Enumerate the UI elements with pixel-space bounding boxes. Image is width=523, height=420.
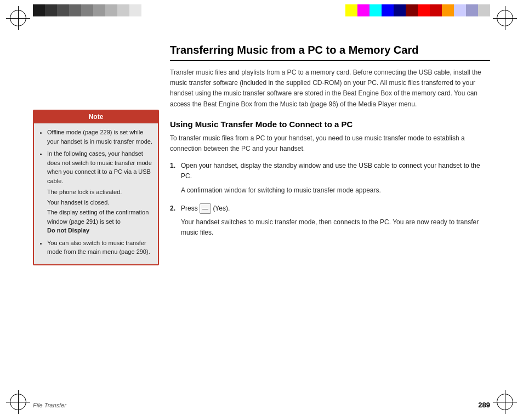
color-swatch [57,4,69,16]
note-sub-list: The phone lock is activated. Your handse… [47,188,152,235]
step-1-content: Open your handset, display the standby w… [181,161,490,196]
color-swatch [69,4,81,16]
note-sub-item-1: The phone lock is activated. [47,188,152,197]
color-swatch [478,4,490,16]
color-swatch [394,4,406,16]
step-1-number: 1. [170,161,181,196]
page-title: Transferring Music from a PC to a Memory… [170,44,490,61]
step-2-note: Your handset switches to music transfer … [181,217,490,238]
note-bold-item: Do not Display [47,227,89,234]
step-1-note: A confirmation window for switching to m… [181,185,490,196]
color-swatches-left [33,4,154,16]
footer-left: File Transfer [33,402,66,408]
color-swatch [418,4,430,16]
right-panel: Transferring Music from a PC to a Memory… [170,44,490,246]
page-content: Note Offline mode (page 229) is set whil… [33,44,490,387]
color-swatch [454,4,466,16]
color-swatches-right [345,4,490,16]
color-swatch [357,4,369,16]
section-title: Using Music Transfer Mode to Connect to … [170,120,490,129]
note-item-1: Offline mode (page 229) is set while you… [47,128,152,146]
color-swatch [117,4,129,16]
steps-list: 1. Open your handset, display the standb… [170,161,490,239]
note-sub-item-3: The display setting of the confirmation … [47,208,152,235]
note-box: Note Offline mode (page 229) is set whil… [33,110,159,265]
step-1: 1. Open your handset, display the standb… [170,161,490,196]
color-swatch [81,4,93,16]
note-item-2: In the following cases, your handset doe… [47,149,152,235]
color-swatch [430,4,442,16]
footer: File Transfer 289 [33,401,490,409]
registration-mark-top-left [10,10,26,26]
color-swatch [382,4,394,16]
registration-mark-bottom-right [497,394,513,410]
step-2-content: Press — (Yes). Your handset switches to … [181,203,490,239]
key-yes: — [200,203,211,214]
note-item-3: You can also switch to music transfer mo… [47,239,152,257]
color-swatch [406,4,418,16]
note-sub-item-2: Your handset is closed. [47,198,152,207]
section-intro: To transfer music files from a PC to you… [170,133,490,154]
color-swatch [93,4,105,16]
left-panel: Note Offline mode (page 229) is set whil… [33,110,159,265]
footer-page-number: 289 [478,401,490,409]
step-2: 2. Press — (Yes). Your handset switches … [170,203,490,239]
step-2-instruction: Press — (Yes). [181,205,230,212]
note-list: Offline mode (page 229) is set while you… [39,128,152,257]
registration-mark-bottom-left [10,394,26,410]
intro-text: Transfer music files and playlists from … [170,67,490,110]
color-swatch [45,4,57,16]
step-2-number: 2. [170,203,181,239]
color-swatch [33,4,45,16]
color-swatch [345,4,357,16]
color-swatch [369,4,382,16]
color-swatch [466,4,478,16]
color-swatch [141,4,154,16]
step-1-instruction: Open your handset, display the standby w… [181,162,480,180]
registration-mark-top-right [497,10,513,26]
note-header: Note [34,111,158,123]
color-swatch [129,4,141,16]
color-swatch [105,4,117,16]
note-body: Offline mode (page 229) is set while you… [34,123,158,264]
color-swatch [442,4,454,16]
